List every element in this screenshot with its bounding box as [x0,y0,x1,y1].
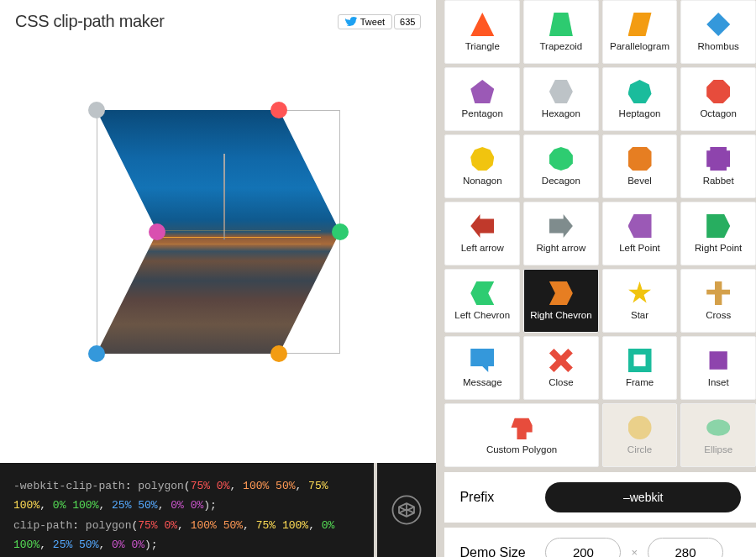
clip-handle[interactable] [270,345,287,362]
shape-label: Decagon [542,176,580,186]
shape-label: Left Chevron [454,310,510,320]
shape-icon [706,147,730,171]
shape-label: Pentagon [462,108,503,118]
shape-icon [706,281,730,305]
demo-size-label: Demo Size [459,545,535,558]
size-separator: × [631,546,638,557]
shape-icon [628,13,652,36]
shape-icon [470,349,494,372]
css-output[interactable]: -webkit-clip-path: polygon(75% 0%, 100% … [0,463,374,557]
shape-tile-rabbet[interactable]: Rabbet [680,134,756,198]
shape-label: Nonagon [463,176,502,186]
shape-label: Close [549,377,573,387]
clip-handle[interactable] [149,223,165,240]
clip-handle[interactable] [88,102,105,118]
shape-tile-inset[interactable]: Inset [680,336,756,400]
shape-icon [470,214,494,238]
app-header: CSS clip-path maker Tweet 635 [0,0,436,43]
demo-size-row: Demo Size × [444,528,756,557]
shape-label: Octagon [700,108,736,118]
shape-label: Left Point [619,243,660,253]
shape-tile-close[interactable]: Close [523,336,599,400]
shape-tile-pentagon[interactable]: Pentagon [444,67,520,131]
shape-label: Ellipse [704,444,732,455]
shape-label: Bevel [627,176,652,186]
width-input[interactable] [545,538,621,557]
shape-tile-frame[interactable]: Frame [602,336,678,400]
shape-icon [549,281,573,305]
shape-label: Rhombus [698,41,739,51]
shape-tile-circle: Circle [602,403,678,467]
page-title: CSS clip-path maker [15,12,165,31]
shape-icon [706,416,730,439]
shape-icon [470,281,494,305]
shape-tile-right-chevron[interactable]: Right Chevron [523,269,599,333]
shape-icon [470,147,494,171]
clip-handle[interactable] [270,102,287,118]
shape-label: Heptagon [619,108,661,118]
shape-tile-trapezoid[interactable]: Trapezoid [523,0,599,64]
prefix-row: Prefix –webkit [444,472,756,523]
shape-tile-right-point[interactable]: Right Point [680,202,756,265]
shape-icon [628,147,652,171]
shape-label: Right Point [695,243,742,253]
shape-tile-star[interactable]: Star [602,269,678,333]
shape-icon [549,13,573,36]
shape-label: Rabbet [703,176,734,186]
shape-tile-rhombus[interactable]: Rhombus [680,0,756,64]
shape-icon [510,416,533,439]
shape-label: Left arrow [461,243,504,253]
clipbox-wrap[interactable] [97,110,340,354]
shape-label: Cross [706,310,731,320]
tweet-button[interactable]: Tweet [338,14,392,29]
shape-tile-left-point[interactable]: Left Point [602,202,678,265]
shape-label: Frame [626,377,654,387]
shape-label: Hexagon [542,108,580,118]
shape-tile-octagon[interactable]: Octagon [680,67,756,131]
preview-canvas [0,43,436,463]
shape-tile-decagon[interactable]: Decagon [523,134,599,198]
shape-label: Inset [708,377,729,387]
shape-icon [549,147,573,171]
shape-label: Right Chevron [530,310,592,320]
shape-icon [549,80,573,103]
shape-tile-custom-polygon[interactable]: Custom Polygon [444,403,598,467]
shape-tile-message[interactable]: Message [444,336,520,400]
shape-tile-heptagon[interactable]: Heptagon [602,67,678,131]
shape-icon [706,13,730,36]
shape-label: Message [463,377,502,387]
shape-label: Trapezoid [540,41,583,51]
prefix-toggle[interactable]: –webkit [545,482,741,512]
shape-tile-left-arrow[interactable]: Left arrow [444,202,520,265]
shape-label: Custom Polygon [486,444,557,455]
clip-handle[interactable] [332,223,349,240]
shape-tile-parallelogram[interactable]: Parallelogram [602,0,678,64]
shape-tile-left-chevron[interactable]: Left Chevron [444,269,520,333]
shape-icon [628,349,652,372]
shape-tile-ellipse: Ellipse [680,403,756,467]
tweet-count: 635 [394,14,421,29]
shape-label: Star [631,310,648,320]
shape-icon [706,214,730,238]
shape-tile-hexagon[interactable]: Hexagon [523,67,599,131]
shape-icon [549,214,573,238]
shape-icon [628,416,652,439]
shape-icon [706,349,730,372]
shape-icon [706,80,730,103]
shape-tile-triangle[interactable]: Triangle [444,0,520,64]
shape-icon [628,214,652,238]
shape-label: Triangle [465,41,500,51]
shape-icon [549,349,573,372]
prefix-label: Prefix [459,490,535,505]
height-input[interactable] [648,538,723,557]
shape-tile-nonagon[interactable]: Nonagon [444,134,520,198]
shape-tile-bevel[interactable]: Bevel [602,134,678,198]
shape-tile-cross[interactable]: Cross [680,269,756,333]
shape-icon [628,80,652,103]
clip-handle[interactable] [88,345,105,362]
shape-tile-right-arrow[interactable]: Right arrow [523,202,599,265]
shape-label: Parallelogram [610,41,669,51]
shape-icon [470,13,494,36]
codepen-button[interactable] [377,463,436,557]
shape-label: Right arrow [536,243,585,253]
